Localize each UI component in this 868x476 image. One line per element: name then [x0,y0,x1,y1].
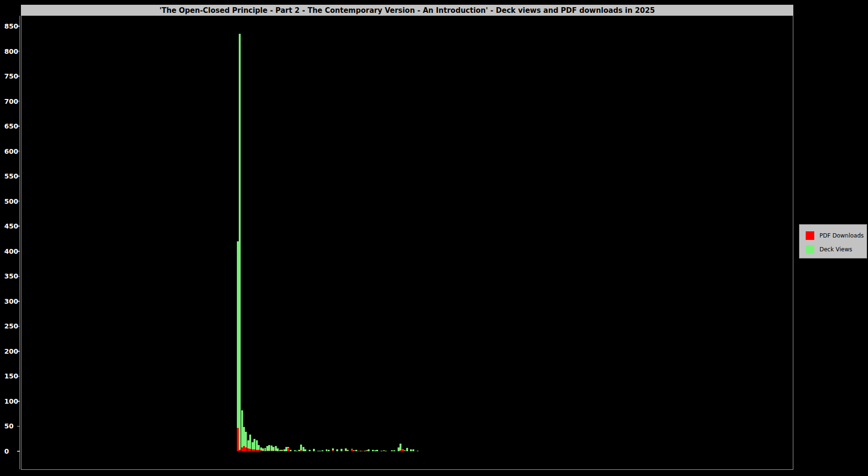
bar-pdf-downloads-day-172 [383,451,385,451]
bar-deck-views-day-113 [258,445,260,449]
legend-label-deck-views: Deck Views [819,246,852,253]
y-axis-tick-label: 300 [4,297,25,306]
bar-deck-views-day-154 [345,448,347,451]
bar-deck-views-day-139 [313,449,315,451]
bar-pdf-downloads-day-107 [245,447,247,451]
bar-pdf-downloads-day-133 [300,450,302,451]
bar-deck-views-day-186 [412,449,414,451]
bar-deck-views-day-185 [410,449,412,451]
y-axis-tick-label: 700 [4,97,25,106]
bar-deck-views-day-117 [266,446,268,450]
bar-pdf-downloads-day-104 [239,450,241,451]
bar-pdf-downloads-day-158 [353,451,355,451]
bar-deck-views-day-110 [252,442,254,449]
bar-pdf-downloads-day-164 [366,451,368,451]
y-axis-tick-label: 750 [4,72,25,80]
bar-deck-views-day-122 [277,448,279,451]
bar-deck-views-day-111 [254,439,255,449]
y-axis-tick-label: 800 [4,47,25,56]
plot-right-spine [793,16,794,469]
bar-deck-views-day-155 [347,450,349,451]
bar-pdf-downloads-day-118 [268,451,270,451]
bar-pdf-downloads-day-180 [400,450,401,451]
bar-deck-views-day-134 [302,447,304,451]
bar-deck-views-day-172 [383,450,385,451]
bar-pdf-downloads-day-114 [260,450,262,451]
chart-title-band: 'The Open-Closed Principle - Part 2 - Th… [21,5,793,16]
bar-deck-views-day-182 [404,450,406,451]
bar-deck-views-day-106 [243,427,245,446]
bar-pdf-downloads-day-124 [281,451,283,451]
bar-deck-views-day-146 [328,450,330,451]
y-axis-tick-label: 0 [4,447,25,456]
deck-views-swatch-icon [806,245,814,254]
bar-deck-views-day-171 [380,451,382,451]
bar-deck-views-day-163 [364,451,366,451]
y-axis-tick-label: 200 [4,347,25,356]
bar-pdf-downloads-day-111 [254,449,255,451]
bar-deck-views-day-143 [322,450,323,451]
bar-deck-views-day-115 [262,448,264,451]
bar-deck-views-day-188 [417,451,419,451]
bar-deck-views-day-123 [279,450,281,451]
pdf-downloads-swatch-icon [806,231,814,240]
y-axis-tick-label: 250 [4,322,25,330]
bar-pdf-downloads-day-109 [249,449,251,451]
bar-deck-views-day-176 [391,450,393,451]
bar-deck-views-day-112 [256,440,258,450]
bar-deck-views-day-150 [336,449,338,451]
y-axis-tick-label: 100 [4,397,25,406]
bar-deck-views-day-131 [296,451,298,451]
y-axis-tick-label: 400 [4,247,25,256]
bar-deck-views-day-141 [317,451,319,451]
bar-pdf-downloads-day-162 [361,451,363,451]
bar-deck-views-day-167 [372,450,374,451]
bar-pdf-downloads-day-108 [247,448,249,451]
bar-deck-views-day-119 [271,446,273,451]
bar-deck-views-day-164 [366,450,368,451]
bar-pdf-downloads-day-160 [357,451,359,451]
bar-pdf-downloads-day-154 [345,451,347,451]
bar-deck-views-day-152 [341,449,342,451]
bar-deck-views-day-135 [304,449,306,451]
y-axis-tick-label: 550 [4,172,25,180]
chart-title: 'The Open-Closed Principle - Part 2 - Th… [159,6,655,15]
bar-deck-views-day-120 [273,447,274,451]
bar-pdf-downloads-day-181 [402,450,404,451]
bar-deck-views-day-130 [294,450,296,451]
bar-deck-views-day-168 [374,450,376,451]
bar-pdf-downloads-day-117 [266,451,268,451]
bar-deck-views-day-116 [264,448,266,451]
bar-deck-views-day-107 [245,432,247,447]
bar-deck-views-day-157 [351,449,353,449]
bar-deck-views-day-133 [300,445,302,450]
bar-pdf-downloads-day-103 [237,428,239,451]
bar-deck-views-day-148 [332,448,334,450]
bar-pdf-downloads-day-155 [347,451,349,451]
bar-pdf-downloads-day-105 [241,447,243,451]
legend-item-deck-views: Deck Views [806,245,852,254]
bar-pdf-downloads-day-110 [252,449,254,451]
bar-deck-views-day-159 [355,450,357,451]
bar-deck-views-day-169 [376,450,378,451]
bar-deck-views-day-121 [275,446,277,450]
bar-deck-views-day-180 [400,444,401,450]
bar-deck-views-day-128 [290,450,292,451]
bar-pdf-downloads-day-106 [243,446,245,451]
bar-pdf-downloads-day-127 [287,448,289,451]
y-axis-tick-label: 150 [4,372,25,380]
bar-deck-views-day-173 [385,451,387,451]
bar-deck-views-day-142 [319,451,321,451]
bar-deck-views-day-125 [283,449,285,451]
bar-pdf-downloads-day-182 [404,451,406,451]
legend: PDF Downloads Deck Views [799,224,867,258]
bar-pdf-downloads-day-115 [262,451,264,451]
bar-deck-views-day-124 [281,450,283,451]
bar-deck-views-day-114 [260,447,262,450]
bar-deck-views-day-177 [393,450,395,451]
bar-deck-views-day-104 [239,34,241,450]
bar-pdf-downloads-day-120 [273,451,274,451]
y-axis-tick-label: 850 [4,22,25,30]
legend-label-pdf-downloads: PDF Downloads [819,232,864,239]
bar-deck-views-day-127 [287,447,289,448]
